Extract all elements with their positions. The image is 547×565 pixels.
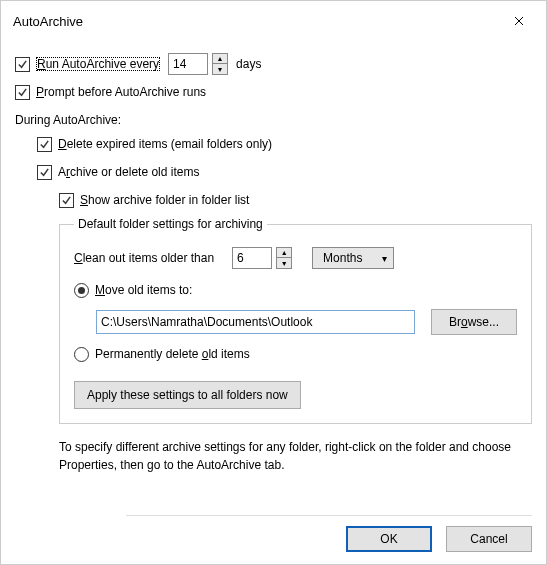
help-text: To specify different archive settings fo… [59,438,532,474]
move-radio-row: Move old items to: [74,279,517,301]
default-settings-legend: Default folder settings for archiving [74,217,267,231]
delete-expired-label[interactable]: Delete expired items (email folders only… [58,137,272,151]
check-icon [17,59,28,70]
dialog-content: Run AutoArchive every ▲ ▼ days Prompt be… [1,41,546,474]
run-interval-down[interactable]: ▼ [212,64,228,75]
cancel-button[interactable]: Cancel [446,526,532,552]
prompt-row: Prompt before AutoArchive runs [15,81,532,103]
window-title: AutoArchive [13,14,83,29]
default-settings-group: Default folder settings for archiving Cl… [59,217,532,424]
clean-unit-value: Months [323,251,362,265]
move-radio[interactable] [74,283,89,298]
show-folder-label[interactable]: Show archive folder in folder list [80,193,249,207]
apply-all-button[interactable]: Apply these settings to all folders now [74,381,301,409]
clean-age-up[interactable]: ▲ [276,247,292,258]
run-interval-unit: days [236,57,261,71]
archive-old-label[interactable]: Archive or delete old items [58,165,199,179]
check-icon [17,87,28,98]
run-interval-input[interactable] [168,53,208,75]
archive-old-row: Archive or delete old items [15,161,532,183]
radio-dot-icon [78,287,85,294]
close-icon [514,16,524,26]
move-path-row: Browse... [96,309,517,335]
run-interval-spinner: ▲ ▼ [168,53,228,75]
move-label[interactable]: Move old items to: [95,283,192,297]
during-heading: During AutoArchive: [15,113,532,127]
clean-row: Clean out items older than ▲ ▼ Months ▾ [74,247,517,269]
clean-age-input[interactable] [232,247,272,269]
browse-button[interactable]: Browse... [431,309,517,335]
dialog-footer: OK Cancel [346,526,532,552]
ok-button[interactable]: OK [346,526,432,552]
check-icon [61,195,72,206]
close-button[interactable] [496,5,542,37]
perm-delete-label[interactable]: Permanently delete old items [95,347,250,361]
footer-divider [126,515,532,516]
check-icon [39,167,50,178]
perm-delete-row: Permanently delete old items [74,343,517,365]
run-autoarchive-checkbox[interactable] [15,57,30,72]
show-folder-checkbox[interactable] [59,193,74,208]
prompt-checkbox[interactable] [15,85,30,100]
chevron-down-icon: ▾ [382,253,387,264]
show-folder-row: Show archive folder in folder list [15,189,532,211]
clean-unit-select[interactable]: Months ▾ [312,247,394,269]
run-autoarchive-row: Run AutoArchive every ▲ ▼ days [15,53,532,75]
clean-age-down[interactable]: ▼ [276,258,292,269]
title-bar: AutoArchive [1,1,546,41]
run-autoarchive-label[interactable]: Run AutoArchive every [36,57,160,71]
run-interval-up[interactable]: ▲ [212,53,228,64]
clean-label: Clean out items older than [74,251,214,265]
clean-age-spinner: ▲ ▼ [232,247,292,269]
archive-old-checkbox[interactable] [37,165,52,180]
perm-delete-radio[interactable] [74,347,89,362]
check-icon [39,139,50,150]
delete-expired-checkbox[interactable] [37,137,52,152]
move-path-input[interactable] [96,310,415,334]
delete-expired-row: Delete expired items (email folders only… [15,133,532,155]
prompt-label[interactable]: Prompt before AutoArchive runs [36,85,206,99]
